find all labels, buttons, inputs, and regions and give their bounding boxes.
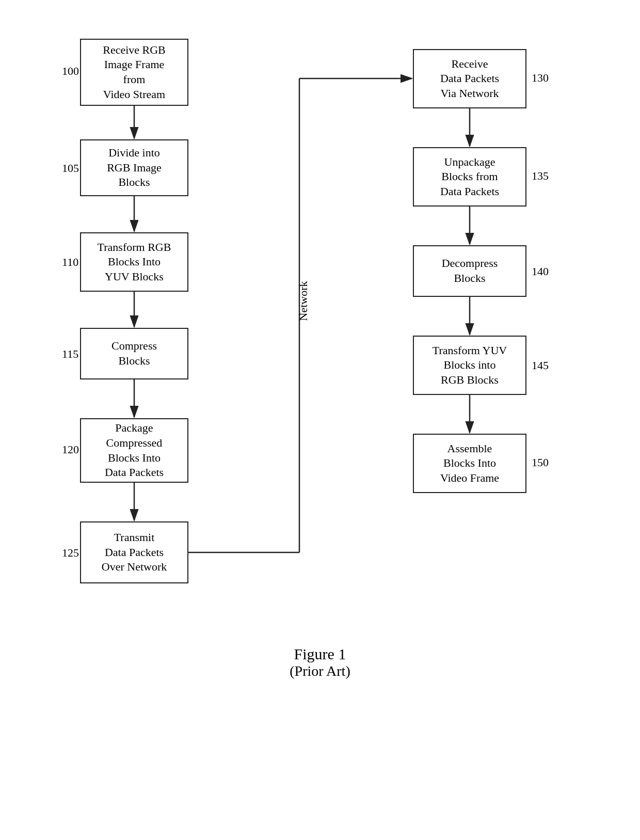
label-130: 130 — [532, 71, 549, 85]
box-140-label: DecompressBlocks — [442, 256, 498, 286]
box-120: PackageCompressedBlocks IntoData Packets — [80, 418, 188, 483]
box-105: Divide intoRGB ImageBlocks — [80, 139, 188, 196]
figure-title: Figure 1 — [206, 645, 434, 663]
box-115: CompressBlocks — [80, 328, 188, 379]
box-135-label: UnpackageBlocks fromData Packets — [440, 155, 499, 199]
box-150-label: AssembleBlocks IntoVideo Frame — [440, 441, 499, 486]
label-140: 140 — [532, 265, 549, 278]
box-125-label: TransmitData PacketsOver Network — [102, 530, 167, 575]
figure-subtitle: (Prior Art) — [206, 663, 434, 679]
diagram-container: Receive RGBImage FramefromVideo Stream 1… — [0, 0, 640, 840]
figure-caption: Figure 1 (Prior Art) — [206, 645, 434, 679]
label-145: 145 — [532, 359, 549, 372]
box-130: ReceiveData PacketsVia Network — [413, 49, 526, 108]
box-100-label: Receive RGBImage FramefromVideo Stream — [103, 43, 166, 102]
label-105: 105 — [62, 162, 79, 175]
box-105-label: Divide intoRGB ImageBlocks — [107, 146, 162, 190]
label-150: 150 — [532, 456, 549, 469]
box-145: Transform YUVBlocks intoRGB Blocks — [413, 336, 526, 395]
box-150: AssembleBlocks IntoVideo Frame — [413, 434, 526, 493]
box-110: Transform RGBBlocks IntoYUV Blocks — [80, 232, 188, 292]
box-115-label: CompressBlocks — [111, 339, 157, 368]
box-125: TransmitData PacketsOver Network — [80, 521, 188, 583]
box-110-label: Transform RGBBlocks IntoYUV Blocks — [98, 240, 171, 284]
label-125: 125 — [62, 546, 79, 560]
label-100: 100 — [62, 65, 79, 78]
box-140: DecompressBlocks — [413, 245, 526, 297]
box-130-label: ReceiveData PacketsVia Network — [440, 57, 499, 101]
label-110: 110 — [62, 256, 78, 269]
box-145-label: Transform YUVBlocks intoRGB Blocks — [433, 343, 507, 388]
box-100: Receive RGBImage FramefromVideo Stream — [80, 39, 188, 106]
box-120-label: PackageCompressedBlocks IntoData Packets — [105, 421, 164, 480]
label-120: 120 — [62, 443, 79, 456]
label-115: 115 — [62, 347, 78, 361]
network-label: Network — [297, 281, 310, 321]
box-135: UnpackageBlocks fromData Packets — [413, 147, 526, 207]
label-135: 135 — [532, 169, 549, 183]
